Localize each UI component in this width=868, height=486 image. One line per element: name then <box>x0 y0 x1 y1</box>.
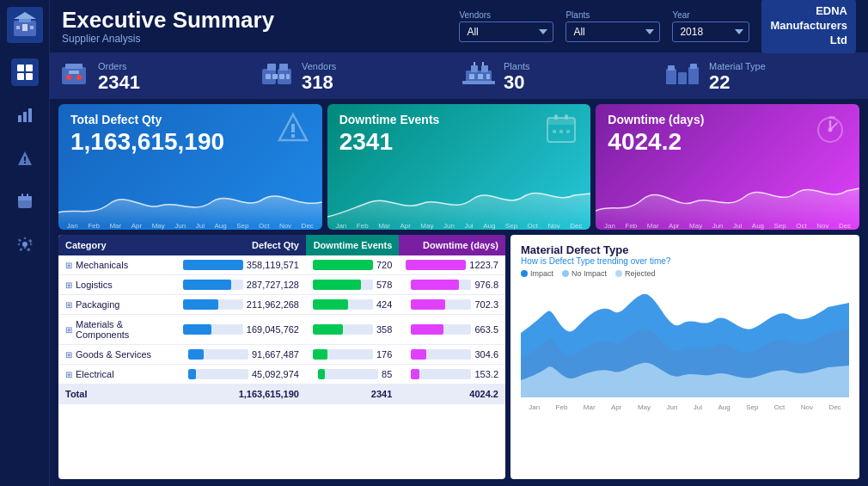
kpi-plants-value: 30 <box>504 71 530 94</box>
year-filter-group: Year 2018 <box>672 10 749 42</box>
col-defect-qty: Defect Qty <box>176 235 306 255</box>
events-bar-wrap <box>313 299 373 310</box>
table-row[interactable]: ⊞ Materials & Components 169,045,762 358 <box>58 315 505 345</box>
svg-rect-46 <box>668 65 675 71</box>
col-category: Category <box>58 235 176 255</box>
plants-select[interactable]: All <box>565 22 660 42</box>
kpi-row: Orders 2341 Vendors 318 <box>50 53 868 99</box>
svg-rect-32 <box>279 74 284 79</box>
svg-rect-40 <box>486 74 490 79</box>
table-row[interactable]: ⊞ Mechanicals 358,119,571 720 <box>58 255 505 275</box>
row-defect-qty: 45,092,974 <box>176 365 306 384</box>
year-select[interactable]: 2018 <box>672 22 749 42</box>
days-bar <box>411 369 419 379</box>
row-defect-qty: 287,727,128 <box>176 275 306 295</box>
row-category: ⊞ Logistics <box>58 275 176 295</box>
days-bar-wrap <box>411 280 471 290</box>
defect-bar-wrap <box>183 260 243 270</box>
events-bar-wrap <box>313 280 373 290</box>
sidebar-icon-settings[interactable] <box>11 231 39 258</box>
chart-month-labels: Jan Feb Mar Apr May Jun Jul Aug Sep Oct … <box>521 403 849 411</box>
events-month-labels: Jan Feb Mar Apr May Jun Jul Aug Sep Oct … <box>327 222 591 230</box>
legend-impact-dot <box>521 270 528 277</box>
row-defect-qty: 91,667,487 <box>176 345 306 365</box>
row-category: ⊞ Mechanicals <box>58 255 176 275</box>
metric-row: Total Defect Qty 1,163,615,190 Jan Feb <box>50 99 868 235</box>
events-value: 2341 <box>339 128 579 156</box>
kpi-orders-text: Orders 2341 <box>98 61 140 94</box>
days-bar <box>411 280 459 290</box>
svg-rect-60 <box>828 116 835 119</box>
events-bar <box>313 299 348 310</box>
svg-rect-7 <box>26 65 33 71</box>
expand-icon: ⊞ <box>65 300 72 310</box>
days-bar <box>411 349 426 360</box>
expand-icon: ⊞ <box>65 370 72 379</box>
plants-filter-group: Plants All <box>565 10 660 42</box>
row-downtime-days: 304.6 <box>399 345 505 365</box>
page-subtitle: Supplier Analysis <box>62 33 459 45</box>
svg-rect-6 <box>17 65 24 71</box>
kpi-material-label: Material Type <box>709 61 766 71</box>
table-row[interactable]: ⊞ Packaging 211,962,268 424 <box>58 295 505 315</box>
legend-rejected-dot <box>615 270 622 277</box>
svg-rect-8 <box>17 73 24 80</box>
kpi-vendors-text: Vendors 318 <box>302 61 336 94</box>
svg-rect-52 <box>547 118 575 125</box>
row-category: ⊞ Materials & Components <box>58 315 176 345</box>
days-value: 4024.2 <box>608 128 847 156</box>
svg-rect-55 <box>553 130 556 133</box>
sidebar-icon-analytics[interactable] <box>11 102 39 129</box>
svg-rect-30 <box>266 74 271 79</box>
table-row[interactable]: ⊞ Electrical 45,092,974 85 <box>58 365 505 384</box>
days-bar <box>411 299 445 310</box>
row-defect-qty: 358,119,571 <box>176 255 306 275</box>
data-table: Category Defect Qty Downtime Events Down… <box>58 235 505 479</box>
defect-title: Total Defect Qty <box>70 113 310 126</box>
defect-bar <box>183 260 243 270</box>
vendors-select[interactable]: All <box>459 22 553 42</box>
table-row[interactable]: ⊞ Logistics 287,727,128 578 <box>58 275 505 295</box>
svg-point-59 <box>828 128 833 132</box>
events-bar-wrap <box>318 369 378 379</box>
row-downtime-events: 358 <box>306 315 399 345</box>
legend-no-impact: No Impact <box>562 269 607 278</box>
row-downtime-days: 153.2 <box>399 365 505 384</box>
row-downtime-days: 976.8 <box>399 275 505 295</box>
legend-impact: Impact <box>521 269 553 278</box>
material-type-icon <box>664 60 700 94</box>
svg-rect-29 <box>279 64 288 71</box>
header-filters: Vendors All Plants All Year 2018 EDNA Ma… <box>459 0 856 53</box>
svg-rect-49 <box>291 124 295 132</box>
page-title: Executive Summary <box>62 8 459 33</box>
main-content: Executive Summary Supplier Analysis Vend… <box>50 0 868 486</box>
events-bar <box>313 260 373 270</box>
defect-bar <box>183 324 211 335</box>
sidebar-icon-calendar[interactable] <box>11 188 39 215</box>
svg-rect-15 <box>24 162 26 163</box>
year-filter-label: Year <box>672 10 749 20</box>
metric-downtime-days: Downtime (days) 4024.2 Jan Feb <box>596 104 859 230</box>
svg-rect-9 <box>26 73 33 80</box>
defect-bar <box>188 349 204 360</box>
svg-rect-18 <box>21 194 23 197</box>
table-row[interactable]: ⊞ Goods & Services 91,667,487 176 <box>58 345 505 365</box>
svg-point-20 <box>22 242 28 247</box>
company-name: EDNA Manufacturers Ltd <box>761 0 856 53</box>
svg-rect-35 <box>471 65 478 72</box>
sidebar-icon-dashboard[interactable] <box>11 58 39 86</box>
kpi-orders: Orders 2341 <box>58 60 254 94</box>
expand-icon: ⊞ <box>65 325 72 335</box>
total-label: Total <box>58 384 176 404</box>
svg-rect-4 <box>30 26 34 29</box>
svg-rect-39 <box>478 74 483 79</box>
expand-icon: ⊞ <box>65 280 72 290</box>
svg-rect-38 <box>469 74 474 79</box>
defect-bar-wrap <box>183 299 243 310</box>
total-downtime-days: 4024.2 <box>399 384 505 404</box>
sidebar-icon-alerts[interactable] <box>11 145 39 172</box>
header: Executive Summary Supplier Analysis Vend… <box>50 0 868 53</box>
defect-icon <box>276 111 310 152</box>
col-downtime-events: Downtime Events <box>306 235 399 255</box>
svg-rect-44 <box>678 72 687 84</box>
